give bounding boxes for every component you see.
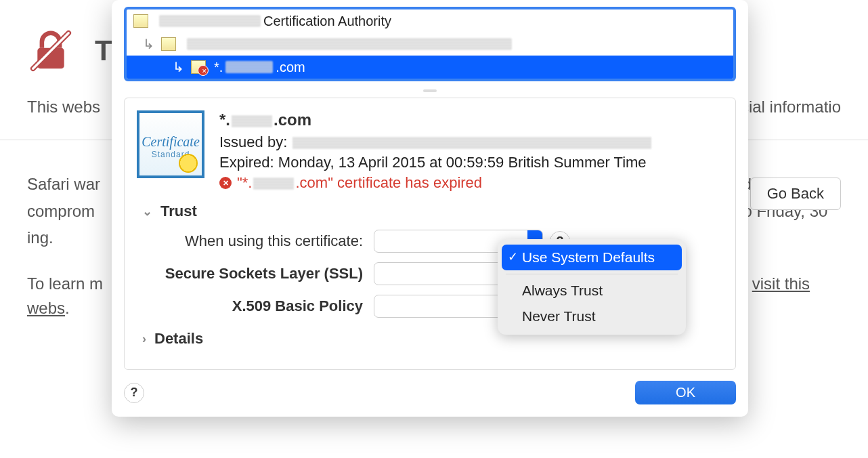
certificate-large-icon: Certificate Standard: [137, 110, 204, 178]
trust-ssl-label: Secure Sockets Layer (SSL): [157, 265, 367, 283]
redacted-text: [253, 178, 294, 190]
redacted-text: [232, 115, 272, 127]
issued-by-line: Issued by:: [219, 133, 723, 151]
redacted-text: [292, 137, 651, 149]
chain-leaf-label-suffix: .com: [276, 60, 305, 75]
warning-title: T: [95, 35, 112, 67]
chevron-down-icon: ⌄: [142, 204, 152, 219]
tree-indent-icon: ↳: [173, 59, 184, 75]
chain-intermediate-ca[interactable]: ↳: [127, 33, 733, 56]
trust-dropdown-menu: Use System Defaults Always Trust Never T…: [498, 239, 686, 335]
certificate-icon: [133, 14, 148, 28]
dialog-footer: ? OK: [124, 381, 736, 404]
certificate-dialog: Certification Authority ↳ ↳ *..com Certi…: [112, 0, 748, 417]
certificate-icon: [161, 37, 176, 51]
chain-root-ca[interactable]: Certification Authority: [127, 9, 733, 33]
dropdown-option-always-trust[interactable]: Always Trust: [502, 278, 682, 304]
trust-section-header[interactable]: ⌄ Trust: [142, 203, 723, 220]
chevron-right-icon: ›: [142, 332, 146, 346]
trust-general-label: When using this certificate:: [157, 232, 367, 250]
dropdown-option-system-defaults[interactable]: Use System Defaults: [502, 245, 682, 270]
dropdown-option-never-trust[interactable]: Never Trust: [502, 304, 682, 329]
certificate-name: *..com: [219, 110, 723, 129]
go-back-button[interactable]: Go Back: [750, 178, 841, 210]
redacted-text: [187, 38, 512, 50]
chain-leaf-label-prefix: *.: [214, 60, 223, 75]
insecure-lock-icon: [27, 27, 74, 75]
error-icon: ✕: [219, 177, 232, 189]
chain-leaf-cert-selected[interactable]: ↳ *..com: [127, 56, 733, 79]
seal-icon: [179, 154, 198, 173]
certificate-summary: Certificate Standard *..com Issued by: E…: [137, 110, 723, 192]
chain-root-label: Certification Authority: [263, 14, 391, 29]
redacted-text: [159, 15, 261, 27]
redacted-text: [225, 61, 273, 73]
certificate-invalid-icon: [191, 60, 206, 74]
menu-separator: [506, 274, 678, 274]
ok-button[interactable]: OK: [635, 381, 736, 404]
tree-indent-icon: ↳: [143, 36, 154, 52]
resize-handle[interactable]: [423, 89, 437, 92]
certificate-chain-tree[interactable]: Certification Authority ↳ ↳ *..com: [124, 7, 736, 81]
trust-x509-label: X.509 Basic Policy: [157, 297, 367, 315]
dialog-help-button[interactable]: ?: [124, 383, 144, 403]
expired-date-line: Expired: Monday, 13 April 2015 at 00:59:…: [219, 154, 723, 171]
certificate-expired-warning: ✕ "*..com" certificate has expired: [219, 174, 723, 192]
